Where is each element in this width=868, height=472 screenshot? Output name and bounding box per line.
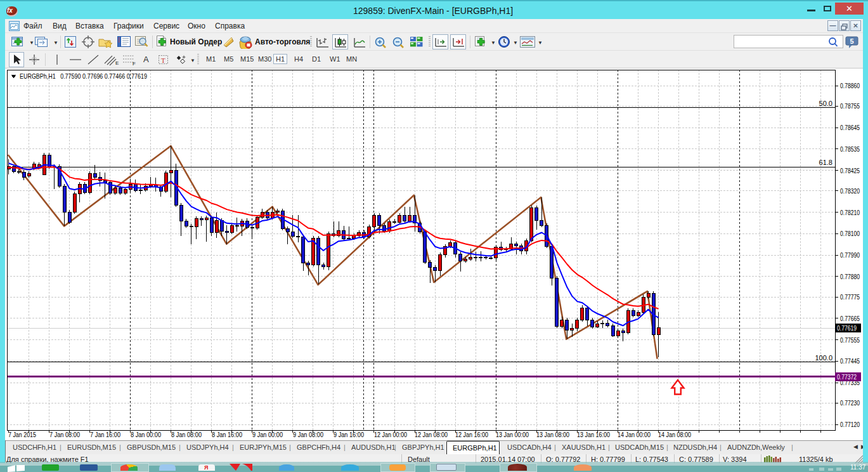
svg-text:F: F bbox=[133, 61, 136, 66]
svg-text:0.77990: 0.77990 bbox=[840, 251, 860, 259]
svg-text:12 Jan 16:00: 12 Jan 16:00 bbox=[455, 431, 488, 438]
svg-text:0.78535: 0.78535 bbox=[840, 145, 860, 153]
svg-text:12 Jan 00:00: 12 Jan 00:00 bbox=[374, 431, 407, 438]
svg-text:5: 5 bbox=[850, 37, 853, 45]
svg-text:13 Jan 08:00: 13 Jan 08:00 bbox=[536, 431, 569, 438]
svg-text:0.77555: 0.77555 bbox=[840, 336, 860, 344]
svg-text:12 Jan 08:00: 12 Jan 08:00 bbox=[415, 431, 448, 438]
svg-text:0.77120: 0.77120 bbox=[840, 421, 860, 428]
svg-text:13 Jan 16:00: 13 Jan 16:00 bbox=[577, 431, 610, 438]
svg-text:8 Jan 08:00: 8 Jan 08:00 bbox=[171, 431, 202, 438]
svg-text:8 Jan 16:00: 8 Jan 16:00 bbox=[212, 431, 242, 438]
svg-text:0.77619: 0.77619 bbox=[837, 324, 857, 332]
svg-text:0.78860: 0.78860 bbox=[840, 82, 860, 89]
svg-text:0.78425: 0.78425 bbox=[840, 167, 860, 174]
svg-text:0.77372: 0.77372 bbox=[837, 373, 857, 381]
svg-text:14 Jan 08:00: 14 Jan 08:00 bbox=[658, 431, 691, 438]
svg-text:61.8: 61.8 bbox=[819, 159, 832, 166]
svg-text:8 Jan 00:00: 8 Jan 00:00 bbox=[131, 431, 161, 438]
svg-text:0.77230: 0.77230 bbox=[840, 399, 860, 407]
svg-text:100.0: 100.0 bbox=[815, 354, 832, 362]
svg-text:0.77880: 0.77880 bbox=[840, 273, 860, 280]
svg-text:14 Jan 00:00: 14 Jan 00:00 bbox=[618, 431, 651, 438]
svg-text:7 Jan 16:00: 7 Jan 16:00 bbox=[90, 431, 120, 438]
svg-text:50.0: 50.0 bbox=[819, 100, 832, 107]
svg-text:E: E bbox=[115, 60, 119, 66]
svg-text:9 Jan 16:00: 9 Jan 16:00 bbox=[334, 431, 364, 438]
svg-text:0.78210: 0.78210 bbox=[840, 209, 860, 216]
svg-text:0.78645: 0.78645 bbox=[840, 124, 860, 131]
svg-text:13 Jan 00:00: 13 Jan 00:00 bbox=[496, 431, 529, 438]
svg-text:0.78755: 0.78755 bbox=[840, 102, 860, 110]
svg-text:7 Jan 2015: 7 Jan 2015 bbox=[8, 431, 36, 438]
svg-text:EURGBPh,H1 0.77590 0.77696 0: EURGBPh,H1 0.77590 0.77696 0.77466 0.776… bbox=[20, 72, 147, 80]
svg-text:T: T bbox=[161, 56, 165, 64]
svg-text:9 Jan 00:00: 9 Jan 00:00 bbox=[252, 431, 283, 438]
svg-text:7 Jan 08:00: 7 Jan 08:00 bbox=[49, 431, 80, 438]
svg-text:0.77775: 0.77775 bbox=[840, 293, 860, 301]
svg-text:0.77665: 0.77665 bbox=[840, 315, 860, 322]
svg-text:0.78320: 0.78320 bbox=[840, 187, 860, 195]
svg-text:0.77445: 0.77445 bbox=[840, 357, 860, 365]
svg-text:0.78100: 0.78100 bbox=[840, 230, 860, 237]
svg-text:9 Jan 08:00: 9 Jan 08:00 bbox=[293, 431, 323, 438]
